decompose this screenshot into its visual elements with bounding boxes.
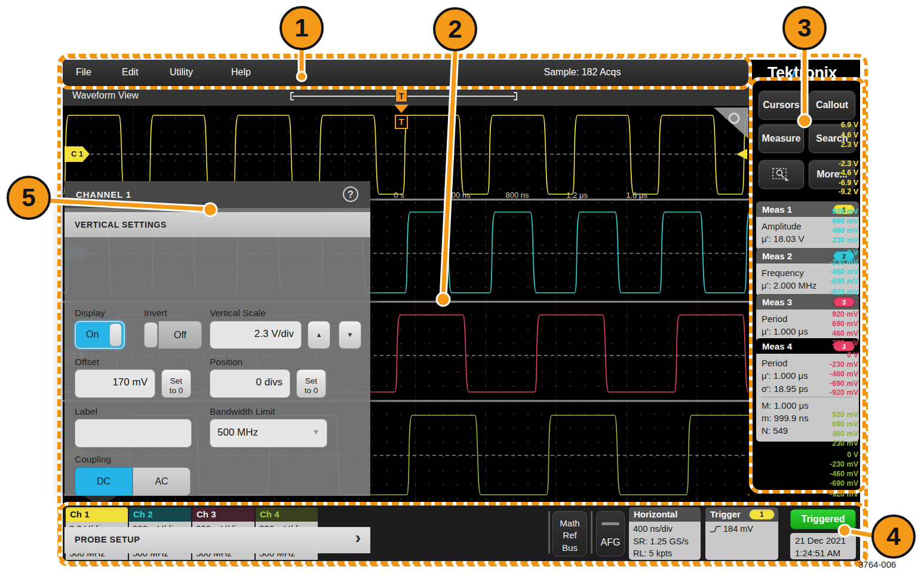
dialog-title: CHANNEL 1 — [76, 189, 131, 200]
bus-label: Bus — [553, 542, 587, 554]
meas-1-badge[interactable]: Meas 1 1 Amplitude μ': 18.03 V — [756, 201, 859, 250]
meas-mean: μ': 2.000 MHz — [762, 279, 854, 292]
meas-mean: μ': 1.000 μs — [762, 325, 854, 338]
ref-label: Ref — [553, 529, 587, 541]
callout-3: 3 — [782, 6, 827, 50]
probe-setup-label: PROBE SETUP — [75, 535, 140, 544]
more-button[interactable]: More... — [809, 160, 855, 189]
trigger-indicator-icon[interactable]: T — [395, 115, 408, 129]
channel-badge-header: Ch 1 — [66, 507, 128, 522]
source-badge: 1 — [833, 204, 855, 215]
meas-1-header: Meas 1 1 — [756, 201, 859, 217]
coupling-ac-button[interactable]: AC — [133, 467, 191, 496]
meas-type: Frequency — [762, 266, 854, 279]
cursors-button[interactable]: Cursors — [759, 91, 804, 120]
meas-type: Period — [762, 313, 854, 325]
horizontal-header: Horizontal — [629, 507, 701, 522]
voltage-tick-label: 0 V — [847, 451, 858, 459]
callout-2: 2 — [433, 7, 477, 51]
bandwidth-limit-value: 500 MHz — [217, 427, 258, 438]
meas-3-header: Meas 3 3 — [756, 294, 859, 310]
measure-button[interactable]: Measure — [759, 124, 804, 153]
waveform-view-title: Waveform View — [72, 90, 139, 101]
label-field[interactable] — [75, 419, 192, 448]
dialog-pointer-icon — [84, 496, 117, 507]
source-badge: 3 — [833, 297, 855, 307]
meas-type: Amplitude — [762, 220, 854, 232]
scale-increase-button[interactable]: ▲ — [308, 321, 330, 349]
meas-4-badge[interactable]: Meas 4 3 Period μ': 1.000 μs σ': 18.95 p… — [756, 338, 859, 442]
invert-toggle-value: Off — [158, 321, 202, 349]
source-badge: 2 — [833, 251, 855, 261]
afg-label: AFG — [601, 537, 621, 547]
callout-1: 1 — [280, 6, 324, 50]
menu-file[interactable]: File — [76, 67, 91, 78]
horizontal-badge[interactable]: Horizontal 400 ns/div SR: 1.25 GS/s RL: … — [629, 507, 701, 560]
position-label: Position — [210, 357, 242, 367]
display-toggle[interactable]: On — [75, 321, 125, 349]
bandwidth-limit-label: Bandwidth Limit — [210, 406, 275, 417]
scale-decrease-button[interactable]: ▼ — [339, 321, 361, 349]
invert-toggle[interactable]: Off — [144, 321, 202, 349]
menu-bar: File Edit Utility Help Sample: 182 Acqs — [63, 60, 750, 87]
meas-3-badge[interactable]: Meas 3 3 Period μ': 1.000 μs — [756, 294, 859, 342]
meas-2-badge[interactable]: Meas 2 2 Frequency μ': 2.000 MHz — [756, 248, 859, 296]
callout-4: 4 — [871, 514, 916, 559]
voltage-tick-label: -920 mV — [830, 490, 858, 498]
meas-title: Meas 2 — [762, 251, 833, 261]
meas-title: Meas 1 — [762, 204, 833, 215]
rising-edge-icon — [710, 525, 722, 533]
coupling-label: Coupling — [75, 454, 111, 465]
meas-min: m: 999.9 ns — [762, 412, 854, 424]
afg-button[interactable]: AFG — [596, 511, 625, 556]
acquisition-status: Sample: 182 Acqs — [523, 67, 642, 78]
offset-set-to-zero-button[interactable]: Set to 0 — [161, 369, 191, 398]
display-label: Display — [75, 308, 105, 318]
channel-1-dialog: CHANNEL 1 ? VERTICAL SETTINGS Display In… — [65, 181, 370, 496]
meas-mean: μ': 18.03 V — [762, 232, 854, 245]
toggle-knob[interactable] — [144, 322, 158, 348]
meas-4-header: Meas 4 3 — [756, 338, 859, 354]
menu-edit[interactable]: Edit — [122, 67, 139, 78]
meas-4-values: Period μ': 1.000 μs σ': 18.95 ps M: 1.00… — [756, 354, 859, 442]
toggle-knob[interactable] — [109, 323, 122, 347]
dropdown-caret-icon: ▼ — [312, 428, 320, 436]
trigger-arrow-icon — [394, 105, 409, 113]
callout-5: 5 — [7, 176, 51, 220]
trigger-level-arrow-icon[interactable] — [736, 149, 747, 160]
horizontal-values: 400 ns/div SR: 1.25 GS/s RL: 5 kpts — [629, 522, 701, 560]
channel-badge-header: Ch 2 — [129, 507, 191, 522]
trigger-position-marker-icon[interactable]: T — [395, 89, 407, 102]
probe-setup-bar[interactable]: PROBE SETUP › — [65, 527, 370, 553]
to-zero-label: to 0 — [170, 386, 183, 395]
position-set-to-zero-button[interactable]: Set to 0 — [296, 369, 326, 398]
documentation-figure: File Edit Utility Help Sample: 182 Acqs … — [0, 0, 924, 579]
trigger-badge[interactable]: Trigger 1 184 mV — [705, 507, 778, 560]
divider — [762, 397, 854, 397]
search-button[interactable]: Search — [809, 124, 855, 153]
meas-2-values: Frequency μ': 2.000 MHz — [756, 264, 859, 296]
offset-label: Offset — [75, 357, 99, 367]
menu-help[interactable]: Help — [231, 67, 251, 78]
math-ref-bus-button[interactable]: Math Ref Bus — [552, 511, 587, 556]
trigger-header: Trigger 1 — [705, 507, 778, 522]
position-field[interactable]: 0 divs — [210, 369, 290, 398]
help-icon[interactable]: ? — [343, 186, 358, 202]
voltage-tick-label: -230 mV — [830, 460, 858, 468]
voltage-tick-label: -690 mV — [830, 479, 858, 488]
vertical-scale-field[interactable]: 2.3 V/div — [210, 321, 302, 349]
bandwidth-limit-dropdown[interactable]: 500 MHz ▼ — [210, 419, 327, 448]
dialog-header[interactable]: CHANNEL 1 ? — [65, 181, 370, 208]
channel-badge-header: Ch 3 — [192, 507, 254, 522]
timebase-value: 400 ns/div — [633, 523, 701, 535]
trigger-level-value: 184 mV — [723, 524, 753, 534]
zoom-select-button[interactable] — [759, 160, 804, 189]
offset-field[interactable]: 170 mV — [75, 369, 155, 398]
menu-utility[interactable]: Utility — [170, 67, 193, 78]
voltage-tick-label: -460 mV — [830, 470, 858, 478]
coupling-dc-button[interactable]: DC — [75, 467, 133, 496]
zoom-select-icon — [771, 166, 791, 183]
callout-button[interactable]: Callout — [809, 91, 855, 120]
triggered-status: Triggered — [790, 509, 856, 529]
channel-badge-header: Ch 4 — [256, 507, 318, 522]
